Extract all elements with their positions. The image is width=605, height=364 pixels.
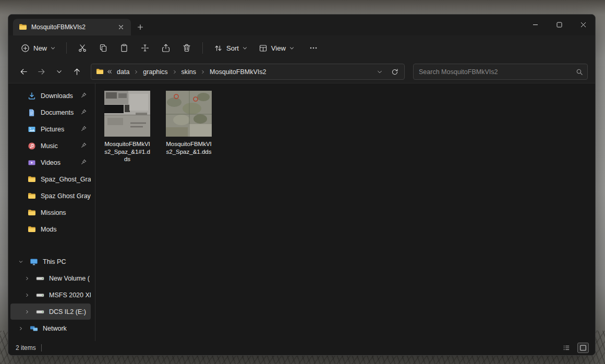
copy-button[interactable] [93, 39, 113, 57]
chevron-down-icon [51, 46, 55, 51]
new-button[interactable]: New [16, 40, 60, 56]
sort-arrows-icon [214, 44, 223, 53]
chevron-down-icon [289, 46, 294, 51]
window-body: Downloads Documents Pictures Music V [8, 83, 595, 341]
this-pc-icon [30, 258, 38, 266]
sidebar-item-documents[interactable]: Documents [10, 104, 91, 120]
view-button[interactable]: View [253, 40, 299, 56]
pin-icon [81, 126, 87, 131]
sidebar-item-folder[interactable]: Spaz_Ghost_Gra [10, 171, 91, 187]
sidebar-item-folder[interactable]: Spaz Ghost Gray [10, 188, 91, 204]
pin-icon [81, 142, 87, 148]
downloads-icon [28, 92, 36, 100]
sidebar-item-this-pc[interactable]: This PC [10, 253, 91, 270]
tab-title: MosquitoFBMkVIs2 [31, 23, 111, 31]
breadcrumb-item[interactable]: data [115, 67, 131, 77]
file-explorer-window: MosquitoFBMkVIs2 New [8, 14, 596, 356]
drive-icon [36, 291, 44, 299]
breadcrumb-item[interactable]: skins [179, 67, 198, 77]
tab-close-button[interactable] [115, 21, 127, 33]
chevron-right-icon[interactable] [23, 276, 31, 281]
network-icon [30, 324, 38, 333]
new-tab-button[interactable] [135, 21, 146, 33]
details-view-toggle[interactable] [561, 343, 572, 353]
sidebar-item-missions[interactable]: Missions [10, 204, 91, 221]
sidebar-item-drive[interactable]: New Volume ( [10, 270, 91, 286]
drive-icon [36, 274, 44, 283]
pin-icon [81, 109, 87, 115]
close-window-button[interactable] [571, 15, 595, 34]
share-button[interactable] [156, 39, 176, 57]
search-input[interactable] [419, 68, 576, 76]
search-box [413, 64, 588, 80]
sidebar-item-music[interactable]: Music [10, 138, 91, 154]
back-button[interactable] [16, 64, 31, 80]
chevron-right-icon[interactable] [23, 293, 31, 298]
sidebar-item-mods[interactable]: Mods [10, 221, 91, 237]
navigation-pane: Downloads Documents Pictures Music V [8, 83, 95, 341]
folder-icon [28, 175, 36, 184]
command-toolbar: New Sort [8, 35, 595, 60]
breadcrumb-item-current[interactable]: MosquitoFBMkVIs2 [208, 67, 268, 77]
folder-icon [19, 23, 27, 31]
up-button[interactable] [69, 64, 84, 80]
folder-icon [96, 68, 104, 76]
cut-button[interactable] [72, 39, 92, 57]
window-controls [523, 15, 595, 34]
drive-icon [36, 308, 44, 316]
sidebar-item-pictures[interactable]: Pictures [10, 121, 91, 137]
breadcrumb-separator-icon [201, 70, 205, 74]
file-list: MosquitoFBMkVIs2_Spaz_&1#1.dds Mosquit [95, 83, 595, 341]
pin-icon [81, 92, 87, 98]
delete-button[interactable] [177, 39, 197, 57]
sidebar-item-downloads[interactable]: Downloads [10, 88, 91, 104]
toolbar-divider [202, 42, 203, 54]
breadcrumb-separator-icon [173, 70, 177, 74]
address-bar[interactable]: data graphics skins MosquitoFBMkVIs2 [91, 64, 405, 80]
large-thumbnails-view-toggle[interactable] [577, 343, 589, 353]
file-thumbnail [166, 91, 212, 137]
address-dropdown-chevron[interactable] [373, 66, 386, 78]
sidebar-item-network[interactable]: Network [10, 320, 91, 336]
view-layout-icon [259, 44, 268, 53]
music-icon [28, 142, 36, 150]
videos-icon [28, 159, 36, 167]
item-count-label: 2 items [16, 344, 36, 351]
view-button-label: View [271, 44, 286, 52]
sidebar-item-drive[interactable]: MSFS 2020 XP [10, 287, 91, 303]
breadcrumb-separator-icon [134, 70, 138, 74]
file-item[interactable]: MosquitoFBMkVIs2_Spaz_&1.dds [165, 91, 212, 155]
sort-button-label: Sort [226, 44, 239, 52]
pictures-icon [28, 125, 36, 134]
new-button-label: New [33, 44, 47, 52]
ellipsis-icon [309, 44, 318, 52]
folder-icon [28, 192, 36, 200]
forward-button[interactable] [33, 64, 49, 80]
file-name: MosquitoFBMkVIs2_Spaz_&1#1.dds [104, 140, 151, 163]
file-name: MosquitoFBMkVIs2_Spaz_&1.dds [165, 140, 212, 155]
search-icon [576, 68, 583, 76]
file-thumbnail [104, 91, 150, 137]
paste-button[interactable] [114, 39, 134, 57]
rename-button[interactable] [135, 39, 155, 57]
recent-locations-chevron[interactable] [51, 64, 67, 80]
file-item[interactable]: MosquitoFBMkVIs2_Spaz_&1#1.dds [104, 91, 151, 163]
minimize-button[interactable] [523, 15, 547, 34]
refresh-button[interactable] [389, 66, 401, 78]
more-options-button[interactable] [304, 39, 323, 57]
sort-button[interactable]: Sort [209, 40, 252, 56]
chevron-down-icon[interactable] [17, 259, 25, 264]
breadcrumb-overflow-button[interactable] [106, 69, 112, 75]
chevron-right-icon[interactable] [17, 326, 25, 331]
pin-icon [81, 159, 87, 165]
maximize-button[interactable] [547, 15, 571, 34]
breadcrumb-item[interactable]: graphics [141, 67, 170, 77]
chevron-down-icon [243, 46, 247, 51]
explorer-tab[interactable]: MosquitoFBMkVIs2 [13, 19, 131, 35]
address-row: data graphics skins MosquitoFBMkVIs2 [8, 60, 595, 83]
sidebar-item-drive-selected[interactable]: DCS IL2 (E:) [10, 304, 91, 320]
sidebar-item-videos[interactable]: Videos [10, 154, 91, 171]
folder-icon [28, 209, 36, 217]
status-bar: 2 items [8, 341, 595, 355]
chevron-right-icon[interactable] [23, 309, 31, 314]
